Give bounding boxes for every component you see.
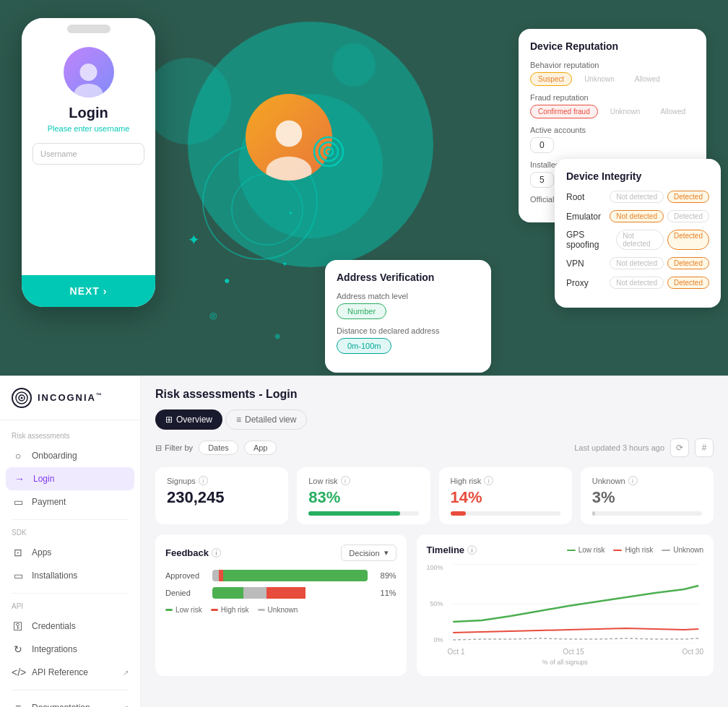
high-risk-value: 14% xyxy=(451,488,560,507)
legend-dot-unknown xyxy=(258,609,265,611)
feedback-info-icon: i xyxy=(212,548,221,558)
sidebar-item-documentation[interactable]: ≡ Documentation ↗ xyxy=(0,696,140,707)
timeline-title: Timeline i xyxy=(427,545,477,555)
badge-unknown-behavior: Unknown xyxy=(576,72,623,86)
integrity-proxy-label: Proxy xyxy=(566,278,589,288)
addr-match-field: Address match level Number xyxy=(337,292,480,319)
signups-info-icon: i xyxy=(199,476,208,485)
page-title: Risk assessments - Login xyxy=(155,388,714,401)
approved-bar-gray xyxy=(212,570,219,581)
addr-match-label: Address match level xyxy=(337,292,480,300)
integrity-proxy-row: Proxy Not detected Detected xyxy=(566,277,709,289)
stat-signups: Signups i 230,245 xyxy=(155,467,288,524)
integrity-root-row: Root Not detected Detected xyxy=(566,191,709,203)
bg-circle-small xyxy=(144,58,231,144)
deco-star-1: ✦ xyxy=(188,231,200,248)
sidebar: INCOGNIA™ Risk assessments ○ Onboarding … xyxy=(0,376,141,707)
signups-value: 230,245 xyxy=(167,488,277,507)
integrity-vpn-label: VPN xyxy=(566,259,584,269)
low-risk-bar-fill xyxy=(308,511,399,516)
denied-bar-green xyxy=(212,587,243,599)
feedback-approved-row: Approved 89% xyxy=(165,570,396,581)
addr-title: Address Verification xyxy=(337,272,480,283)
filter-chip-app[interactable]: App xyxy=(244,441,277,455)
chevron-down-icon: ▾ xyxy=(384,548,389,558)
sidebar-item-installations[interactable]: ▭ Installations xyxy=(0,564,140,587)
integrity-emulator-badges: Not detected Detected xyxy=(610,210,709,222)
logo-text: INCOGNIA™ xyxy=(38,392,103,403)
badge-unknown-fraud: Unknown xyxy=(602,105,649,118)
bg-circle-outline2 xyxy=(231,173,303,246)
sidebar-item-credentials[interactable]: ⚿ Credentials xyxy=(0,615,140,638)
view-tabs: ⊞ Overview ≡ Detailed view xyxy=(155,409,714,430)
unknown-bar-fill xyxy=(592,511,596,516)
refresh-button[interactable]: ⟳ xyxy=(670,438,689,457)
feedback-panel: Feedback i Decision ▾ Approved xyxy=(155,534,407,676)
sidebar-item-api-reference[interactable]: </> API Reference ↗ xyxy=(0,661,140,684)
docs-icon: ≡ xyxy=(12,702,25,707)
detailed-tab-icon: ≡ xyxy=(236,415,241,425)
installations-icon: ▭ xyxy=(12,570,25,581)
denied-bar xyxy=(212,587,368,599)
root-detected: Detected xyxy=(667,191,709,203)
legend-dot-high xyxy=(211,609,218,611)
phone-avatar xyxy=(64,47,114,97)
payment-icon: ▭ xyxy=(12,496,25,508)
hash-button[interactable]: # xyxy=(695,438,714,457)
sidebar-apps-label: Apps xyxy=(32,547,51,558)
phone-next-button[interactable]: NEXT › xyxy=(22,275,155,307)
target-ripple-icon xyxy=(311,134,347,170)
high-risk-bar-fill xyxy=(451,511,466,516)
fraud-rep-badges: Confirmed fraud Unknown Allowed xyxy=(530,105,695,118)
denied-pct: 11% xyxy=(375,589,396,597)
phone-content: Login Please enter username Username xyxy=(22,40,155,189)
low-risk-value: 83% xyxy=(308,488,418,507)
svg-point-7 xyxy=(327,150,330,153)
sidebar-credentials-label: Credentials xyxy=(32,621,76,631)
sidebar-item-payment[interactable]: ▭ Payment xyxy=(0,490,140,513)
sidebar-item-onboarding[interactable]: ○ Onboarding xyxy=(0,444,140,467)
x-label-oct30: Oct 30 xyxy=(682,648,703,656)
phone-username-input[interactable]: Username xyxy=(32,143,144,165)
behavior-rep-label: Behavior reputation xyxy=(530,61,695,69)
unknown-label: Unknown i xyxy=(592,476,702,485)
tl-legend-high: High risk xyxy=(613,546,653,554)
svg-point-3 xyxy=(266,157,311,181)
tab-detailed[interactable]: ≡ Detailed view xyxy=(225,409,307,430)
overview-tab-label: Overview xyxy=(176,415,212,425)
unknown-info-icon: i xyxy=(628,476,638,485)
sidebar-item-login[interactable]: → Login xyxy=(6,467,134,490)
filter-chip-dates[interactable]: Dates xyxy=(199,441,238,455)
feedback-title: Feedback i xyxy=(165,547,221,558)
approved-bar-green xyxy=(223,570,368,581)
deco-star-2: ● xyxy=(224,274,230,286)
integrity-gps-row: GPS spoofing Not detected Detected xyxy=(566,230,709,250)
timeline-title-row: Timeline i Low risk High risk xyxy=(427,545,703,555)
chart-area: Oct 1 Oct 15 Oct 30 xyxy=(448,564,703,656)
tl-legend-low: Low risk xyxy=(567,546,605,554)
denied-label: Denied xyxy=(165,589,205,597)
legend-unknown: Unknown xyxy=(258,606,298,614)
badge-allowed-fraud: Allowed xyxy=(652,105,693,118)
chart-x-labels: Oct 1 Oct 15 Oct 30 xyxy=(448,648,703,656)
sidebar-login-label: Login xyxy=(33,474,54,484)
filter-by-label: ⊟ Filter by xyxy=(155,443,193,453)
integrity-emulator-row: Emulator Not detected Detected xyxy=(566,210,709,222)
filter-bar: ⊟ Filter by Dates App Last updated 3 hou… xyxy=(155,438,714,457)
sidebar-api-ref-label: API Reference xyxy=(32,667,88,677)
tab-overview[interactable]: ⊞ Overview xyxy=(155,409,222,430)
bg-circle-tiny xyxy=(332,43,376,87)
sidebar-item-integrations[interactable]: ↻ Integrations xyxy=(0,638,140,661)
active-accounts-value: 0 xyxy=(530,137,554,153)
sidebar-item-apps[interactable]: ⊡ Apps xyxy=(0,541,140,564)
vpn-not-detected: Not detected xyxy=(610,257,664,269)
feedback-title-row: Feedback i Decision ▾ xyxy=(165,545,396,561)
chart-y-axis: 100% 50% 0% xyxy=(427,564,448,643)
vpn-detected: Detected xyxy=(667,257,709,269)
unknown-bar xyxy=(592,511,702,516)
phone-title: Login xyxy=(69,105,108,121)
deco-star-3: ✦ xyxy=(282,260,287,268)
proxy-not-detected: Not detected xyxy=(610,277,664,289)
decision-select[interactable]: Decision ▾ xyxy=(341,545,396,561)
unknown-value: 3% xyxy=(592,488,702,507)
